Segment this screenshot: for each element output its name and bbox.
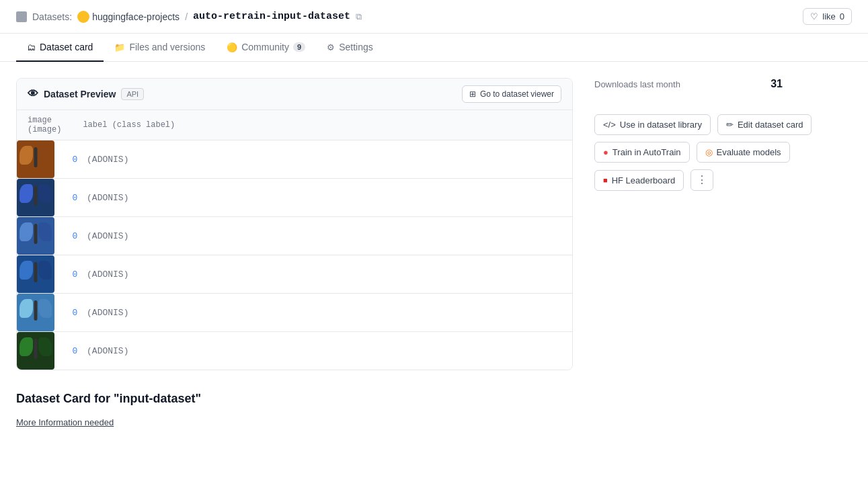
train-autotrain-label: Train in AutoTrain <box>613 147 681 157</box>
col-label: label (class label) <box>72 110 572 140</box>
table-header-row: image (image) label (class label) <box>17 110 572 140</box>
dataset-card-section: Dataset Card for "input-dataset" More In… <box>16 392 573 427</box>
evaluate-models-button[interactable]: ◎ Evaluate models <box>697 142 790 163</box>
community-badge: 9 <box>293 42 305 52</box>
org-name: huggingface-projects <box>92 11 180 22</box>
like-label: like <box>822 11 836 22</box>
heart-icon: ♡ <box>810 11 818 22</box>
grid-icon: ⊞ <box>469 89 476 99</box>
preview-title: 👁 Dataset Preview API <box>28 88 144 100</box>
table-wrapper[interactable]: image (image) label (class label) 0 (AD <box>17 110 572 370</box>
main-layout: 👁 Dataset Preview API ⊞ Go to dataset vi… <box>0 62 868 444</box>
dataset-card-tab-icon: 🗂 <box>27 42 36 52</box>
evaluate-icon: ◎ <box>705 147 713 157</box>
downloads-count: 31 <box>771 78 783 90</box>
slash-separator: / <box>185 11 188 22</box>
code-icon: </> <box>603 120 616 130</box>
eye-icon: 👁 <box>28 88 38 100</box>
preview-container: 👁 Dataset Preview API ⊞ Go to dataset vi… <box>16 78 573 370</box>
label-number: 0 <box>72 308 77 318</box>
tab-files-versions[interactable]: 📁 Files and versions <box>104 34 216 62</box>
label-cell: 0 (ADONIS) <box>72 179 572 217</box>
preview-header: 👁 Dataset Preview API ⊞ Go to dataset vi… <box>17 79 572 110</box>
downloads-section: Downloads last month 31 <box>594 78 783 101</box>
label-cell: 0 (ADONIS) <box>72 294 572 332</box>
train-autotrain-button[interactable]: ● Train in AutoTrain <box>594 142 690 163</box>
settings-tab-icon: ⚙ <box>327 42 335 52</box>
hf-leaderboard-label: HF Leaderboard <box>612 175 676 185</box>
action-buttons: </> Use in dataset library ✏ Edit datase… <box>594 114 783 191</box>
nav-tabs: 🗂 Dataset card 📁 Files and versions 🟡 Co… <box>0 34 868 62</box>
more-options-button[interactable]: ⋮ <box>691 169 713 191</box>
repo-name: auto-retrain-input-dataset <box>193 11 350 22</box>
preview-title-label: Dataset Preview <box>44 89 116 99</box>
image-cell <box>17 140 72 179</box>
use-dataset-button[interactable]: </> Use in dataset library <box>594 114 711 135</box>
label-cell: 0 (ADONIS) <box>72 140 572 179</box>
org-avatar <box>77 11 89 23</box>
sidebar: Downloads last month 31 </> Use in datas… <box>594 78 783 427</box>
label-text: (ADONIS) <box>87 269 128 280</box>
tab-files-label: Files and versions <box>129 42 205 52</box>
tab-settings[interactable]: ⚙ Settings <box>316 34 384 62</box>
label-text: (ADONIS) <box>87 308 128 318</box>
autotrain-icon: ● <box>603 147 608 157</box>
api-badge-button[interactable]: API <box>121 88 144 100</box>
tab-dataset-card[interactable]: 🗂 Dataset card <box>16 34 104 62</box>
action-row-3: ■ HF Leaderboard ⋮ <box>594 169 783 191</box>
dataset-card-title: Dataset Card for "input-dataset" <box>16 392 573 406</box>
edit-card-label: Edit dataset card <box>738 120 803 130</box>
evaluate-models-label: Evaluate models <box>717 147 781 157</box>
action-row-1: </> Use in dataset library ✏ Edit datase… <box>594 114 783 135</box>
like-button[interactable]: ♡ like 0 <box>803 8 852 25</box>
table-row: 0 (ADONIS) <box>17 140 572 179</box>
files-tab-icon: 📁 <box>114 42 125 52</box>
image-cell <box>17 332 72 370</box>
image-cell <box>17 217 72 255</box>
label-text: (ADONIS) <box>87 346 128 356</box>
tab-community[interactable]: 🟡 Community 9 <box>216 34 316 62</box>
tab-community-label: Community <box>241 42 289 52</box>
tab-settings-label: Settings <box>339 42 373 52</box>
table-row: 0 (ADONIS) <box>17 255 572 294</box>
col-image: image (image) <box>17 110 72 140</box>
table-row: 0 (ADONIS) <box>17 332 572 370</box>
label-number: 0 <box>72 193 77 203</box>
image-cell <box>17 294 72 332</box>
community-tab-icon: 🟡 <box>227 42 237 52</box>
edit-icon: ✏ <box>726 120 734 130</box>
content-area: 👁 Dataset Preview API ⊞ Go to dataset vi… <box>16 78 594 427</box>
label-number: 0 <box>72 155 77 165</box>
image-cell <box>17 179 72 217</box>
goto-viewer-button[interactable]: ⊞ Go to dataset viewer <box>462 85 561 103</box>
like-count: 0 <box>840 11 844 22</box>
label-text: (ADONIS) <box>87 231 128 241</box>
org-link[interactable]: huggingface-projects <box>77 11 180 23</box>
label-text: (ADONIS) <box>87 155 128 165</box>
table-row: 0 (ADONIS) <box>17 294 572 332</box>
copy-icon[interactable]: ⧉ <box>356 11 362 22</box>
action-row-2: ● Train in AutoTrain ◎ Evaluate models <box>594 142 783 163</box>
preview-table: image (image) label (class label) 0 (AD <box>17 110 572 370</box>
label-number: 0 <box>72 269 77 280</box>
hf-leaderboard-button[interactable]: ■ HF Leaderboard <box>594 170 684 191</box>
label-cell: 0 (ADONIS) <box>72 255 572 294</box>
use-dataset-label: Use in dataset library <box>620 120 702 130</box>
goto-viewer-label: Go to dataset viewer <box>480 89 554 99</box>
label-cell: 0 (ADONIS) <box>72 217 572 255</box>
datasets-label: Datasets: <box>32 11 72 22</box>
label-cell: 0 (ADONIS) <box>72 332 572 370</box>
label-number: 0 <box>72 231 77 241</box>
tab-dataset-card-label: Dataset card <box>40 42 93 52</box>
edit-card-button[interactable]: ✏ Edit dataset card <box>717 114 812 135</box>
table-row: 0 (ADONIS) <box>17 217 572 255</box>
leaderboard-icon: ■ <box>603 176 608 184</box>
top-bar: Datasets: huggingface-projects / auto-re… <box>0 0 868 34</box>
datasets-icon <box>16 11 27 22</box>
image-cell <box>17 255 72 294</box>
table-row: 0 (ADONIS) <box>17 179 572 217</box>
downloads-label: Downloads last month <box>594 79 680 89</box>
label-number: 0 <box>72 346 77 356</box>
label-text: (ADONIS) <box>87 193 128 203</box>
more-info-link[interactable]: More Information needed <box>16 417 114 427</box>
